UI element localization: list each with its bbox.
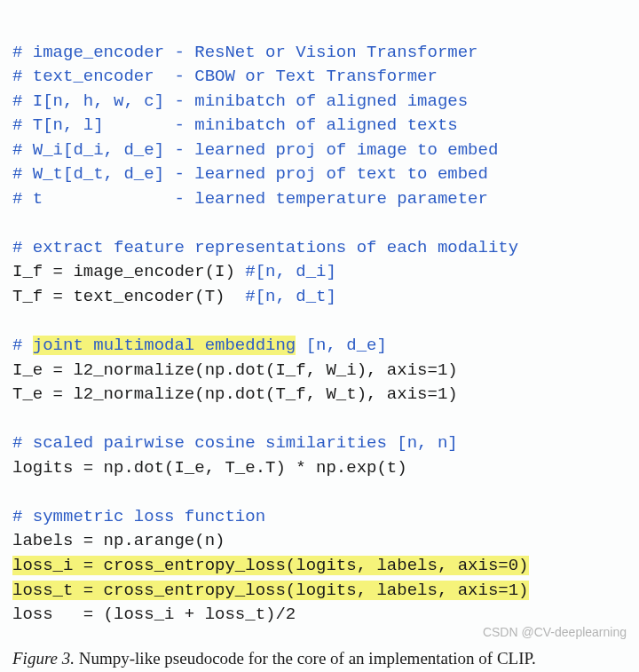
pseudocode-block: # image_encoder - ResNet or Vision Trans…: [12, 16, 627, 628]
comment-line: # image_encoder - ResNet or Vision Trans…: [12, 43, 478, 62]
code-line: labels = np.arange(n): [12, 531, 225, 550]
comment-line: # text_encoder - CBOW or Text Transforme…: [12, 67, 438, 86]
caption-text: Numpy-like pseudocode for the core of an…: [75, 649, 536, 668]
comment-line: # t - learned temperature parameter: [12, 189, 488, 209]
figure-caption: Figure 3. Numpy-like pseudocode for the …: [12, 647, 627, 670]
comment-line: # joint multimodal embedding [n, d_e]: [12, 336, 387, 355]
highlight: joint multimodal embedding: [33, 336, 296, 355]
comment-line: # I[n, h, w, c] - minibatch of aligned i…: [12, 91, 468, 111]
inline-comment: #[n, d_t]: [245, 287, 336, 306]
comment-line: # symmetric loss function: [12, 507, 265, 526]
comment-line: # T[n, l] - minibatch of aligned texts: [12, 115, 458, 135]
code-line: I_e = l2_normalize(np.dot(I_f, W_i), axi…: [12, 360, 458, 380]
code-line: loss = (loss_i + loss_t)/2: [12, 605, 296, 624]
comment-line: # scaled pairwise cosine similarities [n…: [12, 433, 458, 453]
code-line: T_e = l2_normalize(np.dot(T_f, W_t), axi…: [12, 384, 458, 404]
inline-comment: #[n, d_i]: [245, 262, 336, 281]
code-line: T_f = text_encoder(T): [12, 287, 245, 306]
code-line: logits = np.dot(I_e, T_e.T) * np.exp(t): [12, 458, 407, 478]
code-line: I_f = image_encoder(I): [12, 262, 245, 281]
figure-label: Figure 3.: [12, 649, 75, 668]
comment-line: # W_t[d_t, d_e] - learned proj of text t…: [12, 164, 488, 184]
comment-line: # W_i[d_i, d_e] - learned proj of image …: [12, 140, 498, 160]
highlight-line: loss_t = cross_entropy_loss(logits, labe…: [12, 581, 529, 600]
highlight-line: loss_i = cross_entropy_loss(logits, labe…: [12, 556, 529, 575]
comment-line: # extract feature representations of eac…: [12, 238, 518, 257]
